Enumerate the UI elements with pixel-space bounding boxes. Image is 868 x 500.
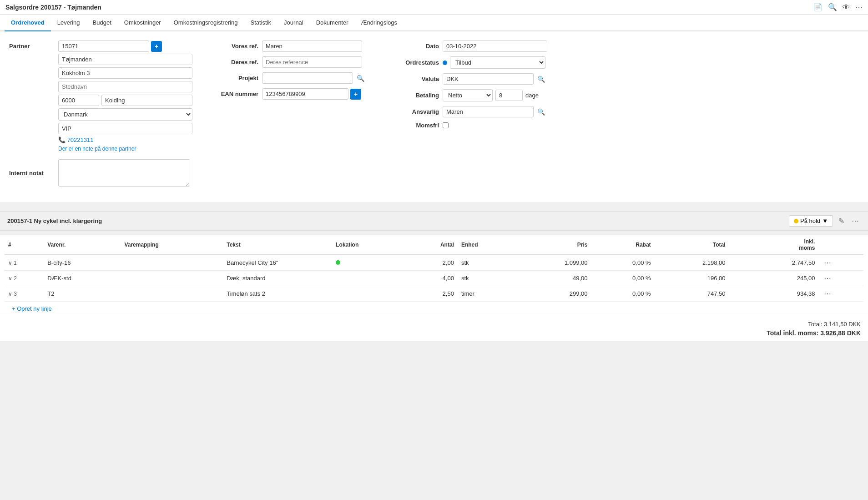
partner-city-input[interactable] [101,95,192,106]
col-actions [818,235,863,255]
row2-total: 196,00 [655,271,729,286]
betaling-days-input[interactable] [495,90,523,101]
row1-more-button[interactable]: ⋯ [822,258,833,267]
partner-country-select[interactable]: Danmark [58,108,192,121]
ean-add-button[interactable]: + [350,89,361,100]
internt-notat-textarea[interactable] [58,159,190,187]
partner-add-button[interactable]: + [151,41,162,52]
row2-varenr: DÆK-std [44,271,121,286]
deres-ref-input[interactable] [262,56,362,68]
partner-address1-input[interactable] [58,67,192,79]
form-section: Partner + Danmark [9,40,859,188]
tab-dokumenter[interactable]: Dokumenter [310,15,355,31]
pahold-label: På hold [800,217,820,224]
projekt-search-button[interactable]: 🔍 [355,74,366,83]
tab-ordrehoved[interactable]: Ordrehoved [5,15,51,31]
more-icon[interactable]: ⋯ [855,3,863,11]
dato-row: Dato [389,40,548,52]
section-edit-button[interactable]: ✎ [837,217,846,225]
partner-id-input[interactable] [58,40,149,52]
partner-note-link[interactable]: Der er en note på denne partner [58,146,192,152]
dato-input[interactable] [443,40,547,52]
lokation-green-dot [336,260,340,265]
row3-inkl-moms: 934,38 [729,286,819,302]
table-body: ∨ 1 B-city-16 Barnecykel City 16" 2,00 s… [5,255,863,302]
partner-name-input[interactable] [58,54,192,65]
phone-link[interactable]: 70221311 [67,136,94,143]
tab-budget[interactable]: Budget [86,15,118,31]
projekt-input[interactable] [262,72,353,84]
valuta-input[interactable] [443,73,534,85]
row3-varemapping [121,286,223,302]
row1-varenr: B-city-16 [44,255,121,271]
tab-omkostningsregistrering[interactable]: Omkostningsregistrering [167,15,244,31]
col-varemapping: Varemapping [121,235,223,255]
ordrestatus-label: Ordrestatus [389,59,439,66]
row2-more-button[interactable]: ⋯ [822,274,833,283]
table-row: ∨ 2 DÆK-std Dæk, standard 4,00 stk 49,00… [5,271,863,286]
eye-icon[interactable]: 👁 [843,3,850,11]
tab-statistik[interactable]: Statistik [244,15,278,31]
section-more-button[interactable]: ⋯ [850,217,861,225]
row1-antal: 2,00 [406,255,458,271]
momsfri-label: Momsfri [389,122,439,129]
row2-expand: ∨ 2 [5,271,44,286]
row2-rabat: 0,00 % [591,271,655,286]
vores-ref-input[interactable] [262,40,362,52]
tab-omkostninger[interactable]: Omkostninger [118,15,167,31]
pahold-button[interactable]: På hold ▼ [789,215,833,227]
momsfri-checkbox[interactable] [443,122,449,128]
row1-expand-button[interactable]: ∨ 1 [8,260,17,266]
betaling-wrapper: Netto dage [443,89,539,101]
valuta-search-button[interactable]: 🔍 [535,75,547,84]
col-inkl-moms: Inkl.moms [729,235,819,255]
ordrestatus-select[interactable]: Tilbud Bekræftet Annulleret [450,56,545,69]
row3-antal: 2,50 [406,286,458,302]
dato-label: Dato [389,43,439,50]
row1-rabat: 0,00 % [591,255,655,271]
add-line-button[interactable]: + Opret ny linje [5,302,59,316]
row1-enhed: stk [458,255,517,271]
partner-row: Partner + [9,40,192,52]
partner-column: Partner + Danmark [9,40,192,188]
row3-varenr: T2 [44,286,121,302]
tab-aendringslogs[interactable]: Ændringslogs [355,15,404,31]
valuta-label: Valuta [389,76,439,82]
deres-ref-label: Deres ref. [215,59,258,66]
main-content: Partner + Danmark [0,31,868,202]
internt-notat-label: Internt notat [9,170,55,177]
row3-tekst: Timeløn sats 2 [223,286,332,302]
valuta-row: Valuta 🔍 [389,73,548,85]
partner-address2-input[interactable] [58,81,192,92]
row3-expand-button[interactable]: ∨ 3 [8,291,17,297]
ean-input[interactable] [262,88,348,100]
row3-more-button[interactable]: ⋯ [822,289,833,298]
ansvarlig-label: Ansvarlig [389,108,439,115]
row2-enhed: stk [458,271,517,286]
ansvarlig-input[interactable] [443,106,534,117]
tab-levering[interactable]: Levering [51,15,86,31]
col-lokation: Lokation [332,235,406,255]
partner-category-input[interactable] [58,123,192,134]
row2-expand-button[interactable]: ∨ 2 [8,275,17,282]
row3-pris: 299,00 [517,286,591,302]
tab-journal[interactable]: Journal [278,15,310,31]
search-doc-icon[interactable]: 🔍 [828,3,837,11]
page-title: Salgsordre 200157 - Tøjmanden [5,4,101,11]
row2-inkl-moms: 245,00 [729,271,819,286]
betaling-type-select[interactable]: Netto [443,89,493,101]
partner-city-row [58,95,192,106]
ansvarlig-search-button[interactable]: 🔍 [535,107,547,116]
document-icon[interactable]: 📄 [813,3,823,11]
valuta-wrapper: 🔍 [443,73,547,85]
pahold-chevron-icon: ▼ [822,217,828,224]
col-pris: Pris [517,235,591,255]
pahold-dot [794,219,798,223]
col-varenr: Varenr. [44,235,121,255]
col-antal: Antal [406,235,458,255]
table-row: ∨ 1 B-city-16 Barnecykel City 16" 2,00 s… [5,255,863,271]
partner-country-wrapper: Danmark [58,108,192,121]
internt-notat-row: Internt notat [9,159,192,187]
right-column: Dato Ordrestatus Tilbud Bekræftet Annull… [389,40,548,188]
partner-zip-input[interactable] [58,95,99,106]
